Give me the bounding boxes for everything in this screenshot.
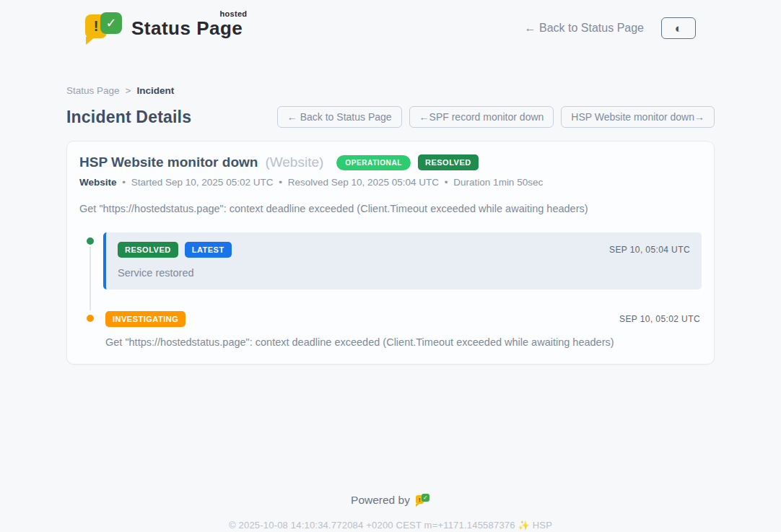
- back-to-status-page-button[interactable]: ← Back to Status Page: [277, 106, 402, 128]
- page-title: Incident Details: [66, 108, 191, 127]
- incident-timeline: RESOLVED LATEST SEP 10, 05:04 UTC Servic…: [79, 232, 702, 348]
- incident-title: HSP Website monitor down: [79, 154, 258, 170]
- meta-started: Started Sep 10, 2025 05:02 UTC: [131, 177, 274, 188]
- latest-badge: LATEST: [185, 242, 232, 258]
- timeline-entry-plain: INVESTIGATING SEP 10, 05:02 UTC Get "htt…: [103, 310, 702, 348]
- brand-superscript: hosted: [219, 9, 247, 18]
- incident-component: (Website): [265, 154, 323, 170]
- timeline-entry-resolved: RESOLVED LATEST SEP 10, 05:04 UTC Servic…: [79, 232, 702, 289]
- timeline-dot-orange: [84, 313, 96, 324]
- next-incident-button[interactable]: HSP Website monitor down→: [561, 106, 715, 128]
- incident-meta: Website • Started Sep 10, 2025 05:02 UTC…: [79, 177, 702, 188]
- timeline-entry-investigating: INVESTIGATING SEP 10, 05:02 UTC Get "htt…: [79, 310, 702, 348]
- timeline-entry-box: RESOLVED LATEST SEP 10, 05:04 UTC Servic…: [103, 232, 702, 289]
- incident-title-row: HSP Website monitor down (Website) OPERA…: [79, 154, 702, 170]
- header-back-link[interactable]: ← Back to Status Page: [525, 22, 644, 35]
- status-page-mini-logo-icon[interactable]: ! ✓: [416, 493, 430, 507]
- timeline-message: Service restored: [118, 267, 690, 279]
- resolved-badge: RESOLVED: [118, 242, 178, 258]
- breadcrumb-separator: >: [126, 85, 131, 96]
- breadcrumb: Status Page > Incident: [66, 85, 715, 96]
- timeline-message: Get "https://hostedstatus.page": context…: [105, 336, 700, 348]
- copyright-line: © 2025-10-08 14:10:34.772084 +0200 CEST …: [66, 520, 715, 531]
- half-circle-icon: ◐: [675, 22, 682, 35]
- meta-resolved: Resolved Sep 10, 2025 05:04 UTC: [288, 177, 439, 188]
- incident-card: HSP Website monitor down (Website) OPERA…: [66, 141, 715, 365]
- timeline-timestamp: SEP 10, 05:04 UTC: [609, 245, 690, 255]
- brand-name: Status Page hosted: [131, 17, 243, 40]
- footer: Powered by ! ✓ © 2025-10-08 14:10:34.772…: [66, 493, 715, 531]
- brand-logo[interactable]: ! ✓ Status Page hosted: [85, 12, 243, 45]
- timeline-timestamp: SEP 10, 05:02 UTC: [619, 314, 700, 324]
- resolved-state-badge: RESOLVED: [418, 154, 479, 170]
- investigating-badge: INVESTIGATING: [105, 311, 186, 327]
- meta-duration: Duration 1min 50sec: [453, 177, 543, 188]
- timeline-dot-green: [84, 235, 96, 247]
- check-icon: ✓: [100, 12, 122, 34]
- check-icon: ✓: [422, 494, 429, 502]
- header: ! ✓ Status Page hosted ← Back to Status …: [66, 0, 715, 45]
- breadcrumb-current: Incident: [136, 85, 174, 96]
- meta-component: Website: [79, 177, 117, 188]
- operational-status-badge: OPERATIONAL: [336, 155, 411, 170]
- timeline-entry-header: RESOLVED LATEST SEP 10, 05:04 UTC: [118, 242, 690, 258]
- incident-description: Get "https://hostedstatus.page": context…: [79, 203, 702, 214]
- timeline-entry-header: INVESTIGATING SEP 10, 05:02 UTC: [105, 311, 700, 327]
- status-page-logo-icon: ! ✓: [85, 12, 123, 45]
- theme-toggle-button[interactable]: ◐: [661, 17, 696, 39]
- main-content: Status Page > Incident Incident Details …: [66, 85, 715, 365]
- breadcrumb-root[interactable]: Status Page: [66, 85, 120, 96]
- heading-row: Incident Details ← Back to Status Page ←…: [66, 106, 715, 128]
- powered-by: Powered by ! ✓: [351, 493, 430, 507]
- prev-incident-button[interactable]: ←SPF record monitor down: [409, 106, 554, 128]
- header-right: ← Back to Status Page ◐: [525, 17, 696, 39]
- incident-nav-buttons: ← Back to Status Page ←SPF record monito…: [277, 106, 715, 128]
